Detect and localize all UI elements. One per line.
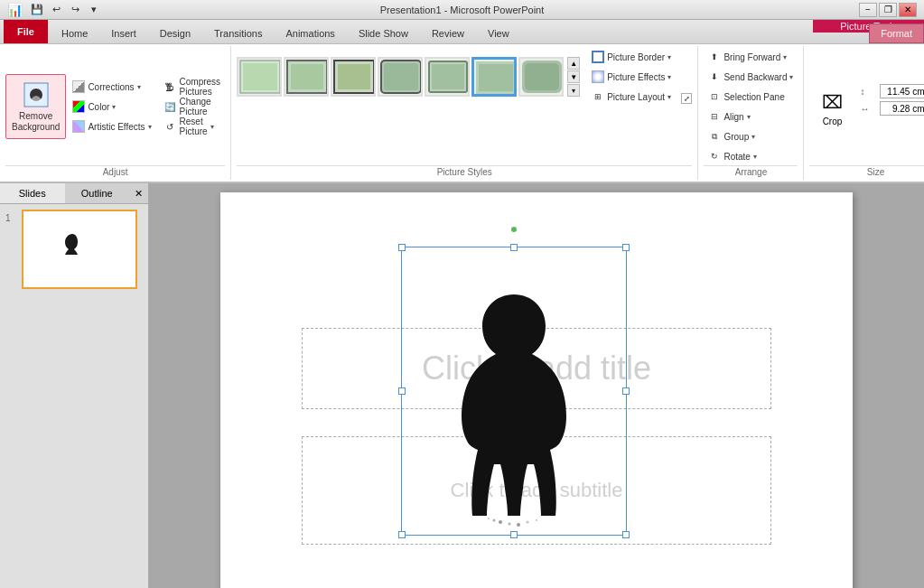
picture-styles-group: ▲ ▼ ▾ Picture Border ▾ Picture E [231, 46, 698, 180]
effects-dropdown-icon: ▾ [667, 73, 671, 81]
adjust-rows: Corrections ▾ Color ▾ Artistic Effects ▾ [68, 78, 155, 135]
minimize-button[interactable]: − [859, 3, 877, 17]
send-backward-button[interactable]: ⬇ Send Backward ▾ [704, 68, 798, 86]
slide-canvas[interactable]: Click to add title Click to add subtitle [220, 192, 853, 589]
tab-file[interactable]: File [4, 20, 48, 43]
resize-handle-tr[interactable] [622, 244, 630, 251]
app-icon: 📊 [7, 3, 23, 17]
remove-background-label: RemoveBackground [12, 111, 60, 133]
svg-rect-11 [432, 64, 464, 89]
close-button[interactable]: ✕ [899, 3, 917, 17]
resize-handle-ml[interactable] [398, 387, 406, 395]
bring-forward-button[interactable]: ⬆ Bring Forward ▾ [704, 48, 798, 66]
sidebar: Slides Outline ✕ 1 [0, 183, 149, 588]
style-thumb-4[interactable] [378, 57, 423, 97]
align-button[interactable]: ⊟ Align ▾ [704, 107, 798, 126]
tab-view[interactable]: View [476, 23, 521, 43]
svg-point-22 [527, 520, 529, 523]
style-thumb-6[interactable] [471, 57, 517, 97]
style-thumb-5[interactable] [425, 57, 470, 97]
group-label: Group [723, 132, 749, 142]
svg-rect-7 [338, 64, 370, 89]
resize-handle-mr[interactable] [622, 387, 630, 395]
picture-effects-label: Picture Effects [607, 72, 665, 82]
gallery-scroll-up[interactable]: ▲ [567, 57, 580, 70]
styles-dialog-launcher[interactable]: ⤢ [681, 93, 692, 104]
picture-layout-label: Picture Layout [607, 92, 665, 102]
svg-point-24 [536, 519, 537, 521]
redo-qat-button[interactable]: ↪ [67, 2, 83, 18]
rotate-button[interactable]: ↻ Rotate ▾ [704, 147, 798, 165]
compress-pictures-button[interactable]: 🗜 CompressPictures [158, 78, 226, 96]
align-icon: ⊟ [708, 110, 721, 123]
sidebar-close-button[interactable]: ✕ [129, 183, 148, 203]
corrections-button[interactable]: Corrections ▾ [68, 78, 155, 96]
gallery-more[interactable]: ▾ [567, 84, 580, 97]
slides-tab[interactable]: Slides [0, 183, 65, 203]
crop-button[interactable]: ⌧ Crop [809, 76, 854, 137]
tab-insert[interactable]: Insert [99, 23, 148, 43]
reset-picture-button[interactable]: ↺ ResetPicture ▾ [158, 117, 226, 135]
slide-thumbnail[interactable] [22, 210, 137, 289]
compress-label: CompressPictures [180, 77, 221, 97]
main-area: Slides Outline ✕ 1 Click to add title [0, 183, 924, 588]
picture-border-button[interactable]: Picture Border ▾ [587, 48, 676, 66]
style-thumb-2[interactable] [284, 57, 329, 97]
tab-format[interactable]: Format [869, 23, 924, 43]
style-thumb-7[interactable] [518, 57, 564, 97]
color-button[interactable]: Color ▾ [68, 98, 155, 116]
gallery-scroll-down[interactable]: ▼ [567, 70, 580, 83]
save-qat-button[interactable]: 💾 [29, 2, 45, 18]
resize-handle-bl[interactable] [398, 531, 406, 538]
picture-border-icon [592, 51, 604, 63]
resize-handle-tm[interactable] [510, 244, 518, 251]
picture-layout-button[interactable]: ⊞ Picture Layout ▾ [587, 88, 676, 106]
tab-design[interactable]: Design [148, 23, 202, 43]
resize-handle-bm[interactable] [510, 531, 518, 538]
bring-forward-icon: ⬆ [708, 51, 721, 63]
tab-slideshow[interactable]: Slide Show [347, 23, 420, 43]
group-button[interactable]: ⧉ Group ▾ [704, 127, 798, 145]
resize-handle-tl[interactable] [398, 244, 406, 251]
border-dropdown-icon: ▾ [667, 53, 671, 61]
canvas-area: Click to add title Click to add subtitle [149, 183, 924, 588]
tab-review[interactable]: Review [420, 23, 476, 43]
picture-effects-button[interactable]: Picture Effects ▾ [587, 68, 676, 86]
selected-image[interactable] [401, 247, 627, 536]
resize-handle-br[interactable] [622, 531, 630, 538]
tab-transitions[interactable]: Transitions [202, 23, 274, 43]
width-input[interactable] [880, 101, 924, 116]
group-icon: ⧉ [708, 130, 721, 143]
remove-background-button[interactable]: RemoveBackground [5, 74, 66, 139]
svg-rect-17 [52, 225, 107, 275]
window-title: Presentation1 - Microsoft PowerPoint [380, 5, 545, 15]
reset-label: ResetPicture [180, 117, 208, 136]
rotation-handle[interactable] [509, 225, 518, 234]
send-backward-dropdown: ▾ [789, 73, 793, 81]
rotate-label: Rotate [723, 152, 750, 162]
picture-effects-icon [592, 70, 604, 83]
style-thumb-1[interactable] [237, 57, 282, 97]
artistic-effects-label: Artistic Effects [88, 122, 145, 132]
list-item[interactable]: 1 [5, 210, 143, 289]
undo-qat-button[interactable]: ↩ [48, 2, 64, 18]
selection-pane-label: Selection Pane [723, 92, 784, 102]
width-field: ↔ ▲ ▼ [860, 101, 924, 116]
style-thumb-3[interactable] [331, 57, 376, 97]
adjust-group-label: Adjust [5, 165, 225, 178]
selection-pane-button[interactable]: ⊡ Selection Pane [704, 88, 798, 106]
rotate-icon: ↻ [708, 150, 721, 163]
outline-tab[interactable]: Outline [65, 183, 130, 203]
tab-animations[interactable]: Animations [274, 23, 346, 43]
gallery-scroll: ▲ ▼ ▾ [567, 57, 580, 97]
artistic-effects-button[interactable]: Artistic Effects ▾ [68, 117, 155, 135]
height-input[interactable] [880, 84, 924, 98]
svg-rect-9 [384, 63, 418, 90]
crop-icon: ⌧ [817, 88, 846, 117]
change-picture-button[interactable]: 🔄 ChangePicture [158, 98, 226, 116]
qat-more-button[interactable]: ▾ [86, 2, 102, 18]
tab-home[interactable]: Home [50, 23, 99, 43]
color-dropdown-icon: ▾ [112, 103, 116, 111]
restore-button[interactable]: ❐ [879, 3, 897, 17]
svg-point-21 [517, 523, 520, 527]
